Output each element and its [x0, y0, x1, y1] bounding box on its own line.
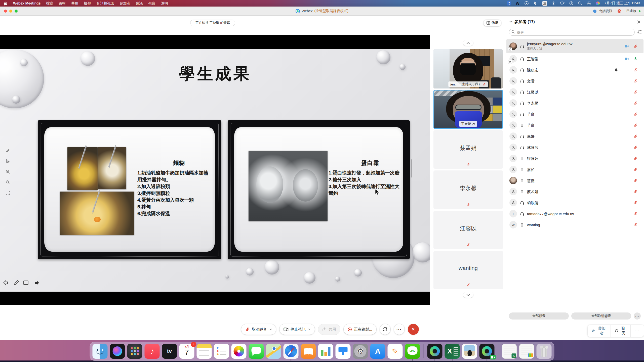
dock-siri-icon[interactable]: [110, 344, 125, 359]
dock-appstore-icon[interactable]: [370, 344, 385, 359]
menu-item-0[interactable]: Webex Meetings: [10, 0, 43, 7]
siri-menubar-icon[interactable]: [596, 2, 600, 5]
more-options-button[interactable]: ···: [394, 324, 405, 335]
dock-music-icon[interactable]: [145, 344, 160, 359]
notes-icon[interactable]: [23, 280, 29, 287]
expand-videos-button[interactable]: [463, 292, 473, 298]
unmute-button[interactable]: 取消靜音: [241, 324, 276, 335]
participants-more-button[interactable]: ···: [634, 312, 641, 320]
participant-row[interactable]: 許雅婷: [506, 153, 643, 164]
dock-keynote-icon[interactable]: [336, 344, 351, 359]
dock-launchpad-icon[interactable]: [127, 344, 142, 359]
sort-icon[interactable]: [637, 30, 642, 34]
wifi-icon[interactable]: [560, 2, 565, 5]
clock-status-icon[interactable]: [569, 1, 573, 5]
participant-row[interactable]: 陳建宏: [506, 64, 643, 75]
recording-button[interactable]: 正在錄製...: [343, 324, 377, 335]
menu-item-8[interactable]: 視窗: [145, 0, 158, 7]
stop-video-button[interactable]: 停止視訊: [279, 324, 315, 335]
participant-row[interactable]: Wwanting: [506, 219, 643, 230]
dock-maps-icon[interactable]: [266, 344, 281, 359]
dock-trash-icon[interactable]: [537, 344, 552, 359]
previous-slide-icon[interactable]: [3, 280, 10, 287]
participant-row[interactable]: 嘉如: [506, 164, 643, 175]
chevron-down-icon[interactable]: [509, 21, 512, 23]
control-center-icon[interactable]: [587, 1, 591, 6]
video-placeholder-tile[interactable]: 李永馨: [433, 170, 503, 209]
meeting-info-label[interactable]: 會議資訊: [599, 9, 612, 13]
menu-item-1[interactable]: 檔案: [43, 0, 56, 7]
participant-row[interactable]: 慧徹: [506, 175, 643, 186]
reactions-button[interactable]: [380, 324, 391, 335]
dock-calendar-icon[interactable]: 7月74: [179, 344, 194, 359]
participant-row[interactable]: 芊甯: [506, 109, 643, 120]
spotlight-search-icon[interactable]: [578, 1, 582, 5]
zoom-out-icon[interactable]: [5, 179, 11, 186]
participant-row[interactable]: 江馨以: [506, 86, 643, 98]
video-thumbnail-host[interactable]: jen... （主持人，我）: [433, 49, 503, 88]
search-input[interactable]: [509, 29, 635, 36]
participant-row[interactable]: 賴泯儒: [506, 197, 643, 208]
dock-line-icon[interactable]: [405, 344, 420, 359]
dock-doc2-icon[interactable]: [519, 344, 534, 359]
scrollbar-thumb[interactable]: [411, 159, 412, 177]
menu-item-2[interactable]: 編輯: [56, 0, 68, 7]
dock-settings-icon[interactable]: [353, 344, 368, 359]
menu-item-6[interactable]: 參加者: [117, 0, 133, 7]
input-method-icon[interactable]: 注: [542, 1, 547, 6]
webex-menubar-icon[interactable]: W: [516, 1, 519, 6]
leave-meeting-button[interactable]: ✕: [408, 324, 419, 335]
dock-tv-icon[interactable]: [162, 344, 177, 359]
next-slide-icon[interactable]: [33, 280, 40, 287]
participant-row[interactable]: 李永馨: [506, 98, 643, 109]
layout-button[interactable]: 佈局: [484, 20, 501, 26]
bluetooth-icon[interactable]: [552, 1, 555, 6]
participant-row[interactable]: 王智聖: [506, 53, 643, 64]
menu-item-5[interactable]: 音訊和視訊: [94, 0, 117, 7]
participant-row[interactable]: 文君: [506, 75, 643, 86]
pointer-tool-icon[interactable]: [534, 1, 538, 5]
participant-row[interactable]: jenny069@wagor.tc.edu.tw主持人，我: [506, 39, 643, 53]
participant-row[interactable]: 林雅欣: [506, 142, 643, 153]
dock-messages-icon[interactable]: [249, 344, 264, 359]
menu-item-4[interactable]: 檢視: [81, 0, 94, 7]
close-panel-button[interactable]: [637, 20, 640, 24]
fit-screen-icon[interactable]: [5, 190, 11, 196]
dock-numbers-icon[interactable]: [318, 344, 333, 359]
participant-row[interactable]: Ttamada77@wagor.tc.edu.tw: [506, 208, 643, 219]
participants-toggle-button[interactable]: 參加者: [588, 325, 611, 337]
video-placeholder-tile[interactable]: 江馨以: [433, 211, 503, 249]
zoom-in-icon[interactable]: [5, 168, 11, 175]
dock-notes-icon[interactable]: [197, 344, 212, 359]
dock-webex-icon[interactable]: [427, 344, 442, 359]
participant-row[interactable]: 芊甯: [506, 120, 643, 131]
menu-item-3[interactable]: 共用: [68, 0, 81, 7]
video-thumbnail-presenter[interactable]: 王智聖: [433, 90, 503, 129]
chat-toggle-button[interactable]: 聊天: [611, 325, 630, 337]
share-button[interactable]: 共用: [318, 324, 340, 335]
menu-item-7[interactable]: 會議: [133, 0, 145, 7]
dock-pages-icon[interactable]: [388, 344, 403, 359]
mute-all-button[interactable]: 全部靜音: [509, 312, 569, 320]
dock-doc1-icon[interactable]: [502, 344, 517, 359]
participant-row[interactable]: 蔡孟娟: [506, 186, 643, 197]
pen-tool-icon[interactable]: [14, 280, 19, 287]
dock-reminders-icon[interactable]: [214, 344, 229, 359]
video-placeholder-tile[interactable]: wanting: [433, 251, 503, 289]
dock-webexmeet-icon[interactable]: [479, 344, 495, 359]
apple-menu-icon[interactable]: [4, 1, 7, 6]
pointer-icon[interactable]: [5, 158, 11, 164]
info-icon[interactable]: i: [593, 9, 597, 13]
video-placeholder-tile[interactable]: 蔡孟娟: [433, 130, 503, 169]
dock-excel-icon[interactable]: [445, 344, 460, 359]
participant-row[interactable]: 幸姍: [506, 131, 643, 142]
panels-more-button[interactable]: ···: [630, 325, 644, 337]
dock-capture-icon[interactable]: [462, 344, 477, 359]
menu-item-9[interactable]: 說明: [158, 0, 171, 7]
menubar-app-icon[interactable]: [507, 1, 511, 6]
menubar-clock[interactable]: 7月7日 週三 上午11:43: [605, 1, 640, 6]
dock-photos-icon[interactable]: [231, 344, 247, 359]
play-circle-icon[interactable]: [524, 1, 529, 6]
dock-books-icon[interactable]: [301, 344, 316, 359]
annotate-pen-icon[interactable]: [5, 147, 11, 154]
